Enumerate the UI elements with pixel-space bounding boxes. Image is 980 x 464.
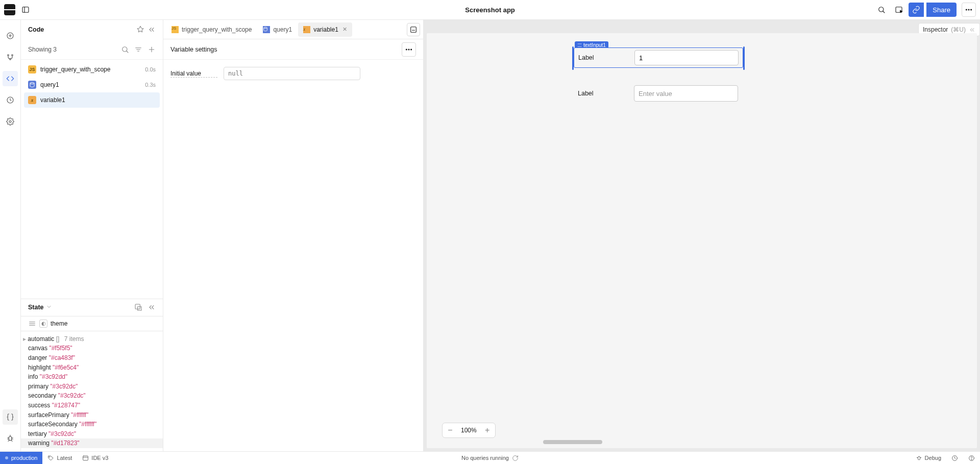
- svg-point-44: [580, 43, 581, 44]
- svg-rect-0: [22, 7, 29, 13]
- state-panel: State ◐ theme ▸ automatic: [21, 299, 163, 451]
- state-row[interactable]: success "#128747": [28, 401, 156, 410]
- horizontal-scrollbar[interactable]: [430, 440, 974, 445]
- code-panel-header: Code: [21, 20, 163, 39]
- svg-point-47: [579, 43, 580, 44]
- code-item-query1[interactable]: query1 0.3s: [24, 77, 160, 92]
- state-row[interactable]: surfacePrimary "#ffffff": [28, 410, 156, 420]
- search-icon[interactable]: [121, 45, 129, 54]
- state-row[interactable]: warning "#d17823": [21, 438, 163, 448]
- more-button[interactable]: [962, 3, 976, 17]
- var-tag-icon: 𝑥: [303, 26, 310, 33]
- state-row[interactable]: danger "#ca483f": [28, 353, 156, 363]
- collapse-icon[interactable]: [148, 303, 156, 311]
- state-row[interactable]: surfaceSecondary "#ffffff": [28, 420, 156, 429]
- clock-icon: [6, 96, 14, 104]
- version-selector[interactable]: Latest: [42, 452, 77, 464]
- ide-label: IDE v3: [91, 455, 108, 461]
- showing-text: Showing 3: [28, 46, 57, 53]
- rail-components-button[interactable]: [3, 50, 18, 65]
- tab-variable1[interactable]: 𝑥 variable1 ✕: [298, 22, 352, 37]
- pin-icon[interactable]: [136, 26, 144, 34]
- state-row[interactable]: highlight "#f6e5c4": [28, 363, 156, 373]
- zoom-in-button[interactable]: +: [480, 426, 495, 434]
- window-play-icon: [895, 6, 903, 14]
- svg-point-57: [971, 459, 972, 459]
- debug-button[interactable]: Debug: [911, 452, 946, 464]
- svg-line-23: [8, 440, 9, 441]
- popout-icon[interactable]: [134, 303, 142, 311]
- tab-query1[interactable]: query1: [258, 22, 297, 37]
- panel-toggle-button[interactable]: [18, 3, 33, 17]
- svg-rect-50: [83, 456, 88, 460]
- var-tag-icon: 𝑥: [28, 96, 36, 104]
- svg-point-43: [578, 43, 579, 44]
- state-row[interactable]: info "#3c92dd": [28, 372, 156, 382]
- code-item-trigger-query[interactable]: JS trigger_query_with_scope 0.0s: [24, 62, 160, 77]
- rail-state-button[interactable]: [3, 409, 18, 425]
- code-item-variable1[interactable]: 𝑥 variable1: [24, 92, 160, 108]
- tab-label: trigger_query_with_scope: [182, 26, 252, 33]
- preview-button[interactable]: [891, 2, 906, 17]
- history-status-button[interactable]: [946, 452, 963, 464]
- code-item-duration: 0.3s: [145, 82, 156, 88]
- status-dot-icon: [5, 456, 8, 459]
- js-tag-icon: JS: [28, 65, 36, 74]
- refresh-icon[interactable]: [512, 455, 519, 461]
- scrollbar-thumb[interactable]: [543, 440, 602, 444]
- rail-add-button[interactable]: [3, 28, 18, 43]
- list-icon[interactable]: [28, 320, 36, 328]
- filter-icon[interactable]: [134, 45, 142, 54]
- state-header[interactable]: State: [21, 299, 163, 316]
- breadcrumb-label: theme: [51, 320, 67, 327]
- env-indicator[interactable]: production: [0, 452, 42, 464]
- minimize-panel-button[interactable]: [407, 23, 420, 36]
- state-row[interactable]: tertiary "#3c92dc": [28, 429, 156, 439]
- rail-debug-button[interactable]: [3, 431, 18, 446]
- svg-rect-52: [918, 456, 920, 460]
- rail-code-button[interactable]: [3, 71, 18, 86]
- initial-value-input[interactable]: [224, 67, 360, 80]
- svg-point-7: [968, 9, 969, 10]
- textinput2-input[interactable]: [634, 85, 738, 102]
- dots-icon: [405, 45, 413, 54]
- tab-trigger-query[interactable]: JS trigger_query_with_scope: [166, 22, 257, 37]
- code-item-name: query1: [40, 81, 59, 88]
- help-icon: [968, 455, 975, 461]
- collapse-icon[interactable]: [148, 26, 156, 34]
- state-breadcrumb: ◐ theme: [21, 316, 163, 331]
- state-row[interactable]: canvas "#f5f5f5": [28, 344, 156, 353]
- svg-rect-17: [9, 436, 11, 441]
- svg-point-8: [971, 9, 972, 10]
- search-button[interactable]: [874, 2, 889, 17]
- help-button[interactable]: [963, 452, 980, 464]
- tag-icon: [47, 455, 54, 461]
- copy-link-button[interactable]: [909, 3, 924, 17]
- tab-label: query1: [273, 26, 292, 33]
- rail-settings-button[interactable]: [3, 114, 18, 129]
- state-row[interactable]: primary "#3c92dc": [28, 382, 156, 392]
- zoom-out-button[interactable]: −: [443, 426, 458, 434]
- textinput2-component[interactable]: Label: [578, 85, 738, 102]
- settings-header: Variable settings: [163, 39, 423, 60]
- rail-history-button[interactable]: [3, 92, 18, 108]
- svg-line-3: [883, 11, 885, 13]
- state-row[interactable]: secondary "#3c92dc": [28, 391, 156, 401]
- code-header-title: Code: [28, 26, 44, 33]
- ide-version[interactable]: IDE v3: [77, 452, 113, 464]
- settings-menu-button[interactable]: [402, 42, 416, 57]
- plus-circle-icon: [6, 32, 14, 40]
- share-button[interactable]: Share: [926, 3, 957, 17]
- sql-tag-icon: [263, 26, 270, 33]
- state-row[interactable]: ▸ automatic [] 7 items: [28, 334, 156, 344]
- textinput1-component[interactable]: Label: [574, 47, 743, 68]
- tab-label: variable1: [313, 26, 338, 33]
- canvas[interactable]: textInput1 Label Label − 100% +: [427, 33, 977, 448]
- svg-point-48: [579, 46, 580, 47]
- svg-point-41: [408, 49, 409, 50]
- plus-icon[interactable]: [148, 45, 156, 54]
- svg-line-24: [11, 440, 12, 441]
- logo-icon[interactable]: [4, 4, 15, 15]
- close-icon[interactable]: ✕: [342, 26, 347, 33]
- textinput1-input[interactable]: [634, 50, 739, 65]
